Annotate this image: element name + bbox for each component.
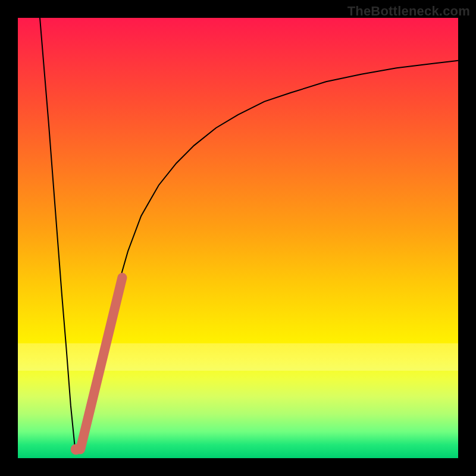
curve-right-branch bbox=[75, 61, 458, 449]
watermark-text: TheBottleneck.com bbox=[347, 4, 470, 19]
highlight-segment bbox=[80, 278, 122, 450]
highlight-dot-icon bbox=[71, 444, 82, 455]
plot-area bbox=[18, 18, 458, 458]
curve-left-branch bbox=[40, 18, 75, 449]
chart-svg bbox=[18, 18, 458, 458]
chart-frame: TheBottleneck.com bbox=[0, 0, 476, 476]
